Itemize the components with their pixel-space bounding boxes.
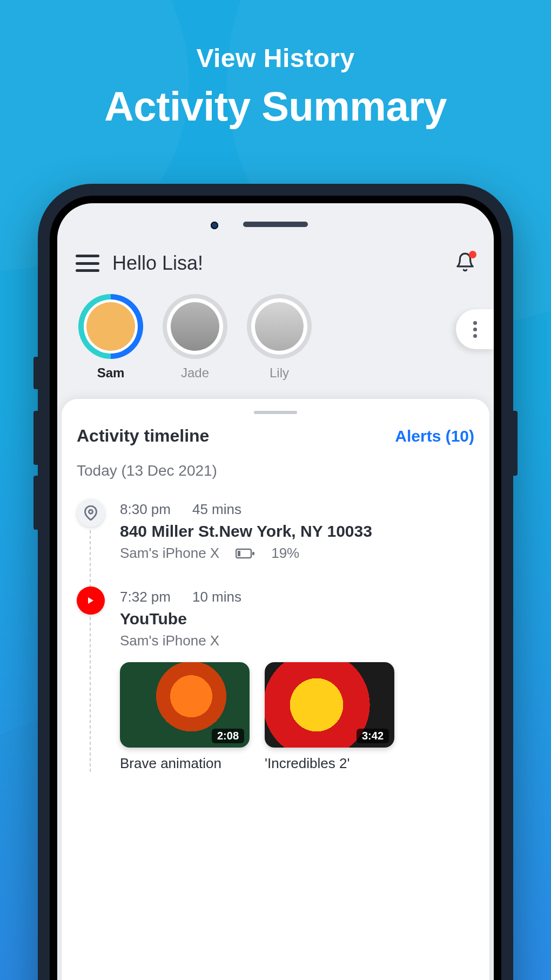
timeline-list: 8:30 pm 45 mins 840 Miller St.New York, … bbox=[77, 501, 474, 772]
video-duration: 2:08 bbox=[212, 729, 244, 743]
thumbnail-image: 2:08 bbox=[120, 662, 250, 748]
item-duration: 10 mins bbox=[192, 589, 241, 605]
video-duration: 3:42 bbox=[357, 729, 389, 743]
child-name: Sam bbox=[97, 365, 125, 381]
phone-camera bbox=[211, 222, 218, 229]
notifications-button[interactable] bbox=[455, 252, 475, 275]
location-pin-icon bbox=[77, 499, 105, 527]
svg-point-0 bbox=[89, 510, 93, 514]
avatar bbox=[86, 302, 135, 351]
svg-rect-3 bbox=[238, 551, 240, 556]
avatar bbox=[255, 302, 304, 351]
svg-rect-2 bbox=[252, 552, 254, 555]
video-thumb[interactable]: 2:08 Brave animation bbox=[120, 662, 250, 772]
timeline-card: Activity timeline Alerts (10) Today (13 … bbox=[62, 399, 489, 980]
item-time: 8:30 pm bbox=[120, 501, 171, 518]
youtube-icon bbox=[77, 586, 105, 615]
timeline-title: Activity timeline bbox=[77, 426, 209, 446]
child-name: Jade bbox=[181, 365, 209, 381]
app-screen: Hello Lisa! Sam Jade bbox=[57, 203, 494, 980]
menu-icon[interactable] bbox=[76, 255, 99, 272]
phone-speaker bbox=[243, 222, 308, 227]
video-caption: 'Incredibles 2' bbox=[265, 755, 394, 772]
item-duration: 45 mins bbox=[192, 501, 241, 518]
children-row: Sam Jade Lily bbox=[57, 280, 494, 390]
video-thumbnails: 2:08 Brave animation 3:42 'Incredibles 2… bbox=[120, 662, 474, 772]
child-jade[interactable]: Jade bbox=[160, 294, 230, 381]
avatar bbox=[171, 302, 219, 351]
phone-frame: Hello Lisa! Sam Jade bbox=[38, 184, 513, 980]
alerts-link[interactable]: Alerts (10) bbox=[395, 427, 474, 445]
thumbnail-image: 3:42 bbox=[265, 662, 394, 748]
item-battery: 19% bbox=[271, 545, 299, 562]
item-device: Sam's iPhone X bbox=[120, 632, 219, 649]
battery-icon bbox=[236, 548, 255, 559]
more-vertical-icon bbox=[473, 318, 477, 341]
child-name: Lily bbox=[270, 365, 289, 381]
app-header: Hello Lisa! bbox=[57, 252, 494, 280]
item-device: Sam's iPhone X bbox=[120, 545, 219, 562]
item-title: 840 Miller St.New York, NY 10033 bbox=[120, 522, 474, 541]
drag-handle[interactable] bbox=[254, 411, 297, 414]
notification-dot bbox=[469, 251, 476, 258]
child-lily[interactable]: Lily bbox=[244, 294, 314, 381]
timeline-date: Today (13 Dec 2021) bbox=[77, 462, 474, 479]
more-children-button[interactable] bbox=[456, 309, 494, 349]
item-time: 7:32 pm bbox=[120, 589, 171, 605]
video-thumb[interactable]: 3:42 'Incredibles 2' bbox=[265, 662, 394, 772]
video-caption: Brave animation bbox=[120, 755, 250, 772]
greeting-text: Hello Lisa! bbox=[112, 252, 203, 275]
child-sam[interactable]: Sam bbox=[76, 294, 146, 381]
timeline-item-location[interactable]: 8:30 pm 45 mins 840 Miller St.New York, … bbox=[120, 501, 474, 562]
item-title: YouTube bbox=[120, 610, 474, 628]
timeline-item-youtube[interactable]: 7:32 pm 10 mins YouTube Sam's iPhone X 2… bbox=[120, 589, 474, 772]
